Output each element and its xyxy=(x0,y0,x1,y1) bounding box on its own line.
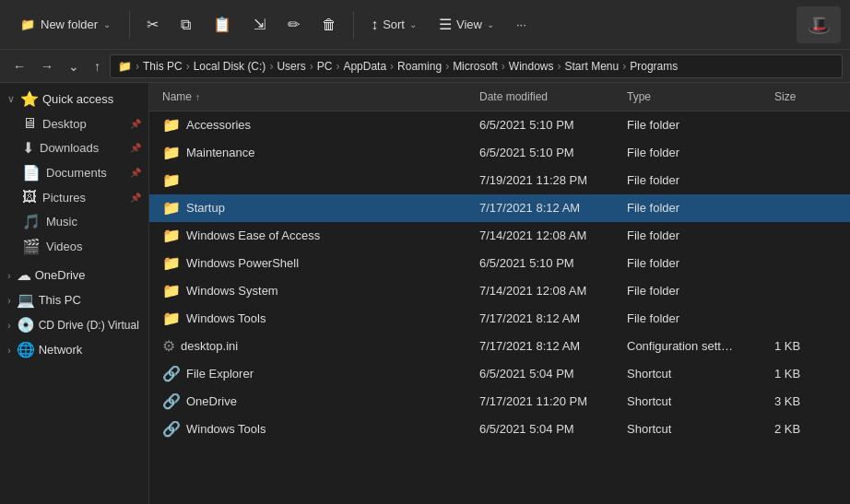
file-size-cell xyxy=(769,194,843,221)
table-row[interactable]: 📁 Windows Ease of Access 7/14/2021 12:08… xyxy=(149,222,850,250)
column-name[interactable]: Name ↑ xyxy=(157,83,474,111)
file-date: 7/14/2021 12:08 AM xyxy=(479,284,586,298)
sidebar-documents-label: Documents xyxy=(46,166,107,180)
breadcrumb-segment-0[interactable]: This PC xyxy=(143,60,183,73)
file-date: 7/14/2021 12:08 AM xyxy=(479,229,586,242)
file-type-icon: 📁 xyxy=(162,116,181,134)
breadcrumb-segment-9[interactable]: Programs xyxy=(630,60,678,73)
file-type-cell: File folder xyxy=(621,222,769,249)
more-button[interactable]: ··· xyxy=(507,12,536,37)
file-size-cell: 1 KB xyxy=(769,360,843,387)
view-button[interactable]: ☰ View ⌄ xyxy=(430,10,503,39)
file-date: 6/5/2021 5:10 PM xyxy=(479,146,574,159)
table-row[interactable]: 📁 Windows System 7/14/2021 12:08 AM File… xyxy=(149,277,850,305)
file-name: OneDrive xyxy=(186,394,237,408)
quick-access-header[interactable]: ∨ ⭐ Quick access xyxy=(0,87,148,111)
breadcrumb-segment-3[interactable]: PC xyxy=(317,60,333,73)
rename-button[interactable]: ✏ xyxy=(278,10,309,39)
file-date: 6/5/2021 5:04 PM xyxy=(479,367,574,381)
file-date-cell: 6/5/2021 5:04 PM xyxy=(474,360,621,387)
file-date-cell: 7/14/2021 12:08 AM xyxy=(474,222,621,249)
copy-button[interactable]: ⧉ xyxy=(171,11,200,39)
delete-button[interactable]: 🗑 xyxy=(313,11,346,39)
file-size: 1 KB xyxy=(774,367,800,381)
new-folder-button[interactable]: 📁 New folder ⌄ xyxy=(9,12,122,37)
column-type[interactable]: Type xyxy=(621,83,769,111)
file-type-cell: File folder xyxy=(621,250,769,276)
quick-access-label: Quick access xyxy=(42,92,113,106)
sidebar-item-documents[interactable]: 📄 Documents xyxy=(0,160,148,185)
breadcrumb-path[interactable]: 📁 › This PC › Local Disk (C:) › Users › … xyxy=(110,54,843,78)
column-date-label: Date modified xyxy=(479,90,548,103)
file-type: Shortcut xyxy=(627,422,671,436)
breadcrumb-sep-1: › xyxy=(186,60,190,73)
onedrive-expand-icon: › xyxy=(7,270,11,281)
downloads-icon: ⬇ xyxy=(22,139,34,157)
paste-button[interactable]: 📋 xyxy=(204,10,241,39)
file-type: File folder xyxy=(627,118,679,132)
file-name-cell: 📁 Windows Ease of Access xyxy=(157,222,474,249)
file-type-icon: 📁 xyxy=(162,282,181,299)
breadcrumb-segment-2[interactable]: Users xyxy=(277,60,305,73)
up-button[interactable]: ↑ xyxy=(89,55,106,77)
table-row[interactable]: 🔗 Windows Tools 6/5/2021 5:04 PM Shortcu… xyxy=(149,416,850,443)
network-header[interactable]: › 🌐 Network xyxy=(0,337,148,362)
sort-label: Sort xyxy=(383,18,405,31)
file-name-cell: 🔗 OneDrive xyxy=(157,388,474,415)
file-type-cell: File folder xyxy=(621,139,769,166)
onedrive-header[interactable]: › ☁ OneDrive xyxy=(0,263,148,287)
sidebar-item-music[interactable]: 🎵 Music xyxy=(0,209,148,234)
file-name: Startup xyxy=(186,201,225,215)
file-name-cell: 📁 Maintenance xyxy=(157,139,474,166)
breadcrumb-segment-8[interactable]: Start Menu xyxy=(565,60,620,73)
sidebar-item-videos[interactable]: 🎬 Videos xyxy=(0,234,148,259)
table-row[interactable]: 📁 Startup 7/17/2021 8:12 AM File folder xyxy=(149,194,850,222)
quick-access-expand-icon: ∨ xyxy=(7,93,15,105)
breadcrumb-bar: ← → ⌄ ↑ 📁 › This PC › Local Disk (C:) › … xyxy=(0,50,850,83)
sidebar-item-pictures[interactable]: 🖼 Pictures xyxy=(0,185,148,209)
breadcrumb-segment-6[interactable]: Microsoft xyxy=(453,60,498,73)
table-row[interactable]: 📁 7/19/2021 11:28 PM File folder xyxy=(149,167,850,194)
cut-button[interactable]: ✂ xyxy=(137,10,168,39)
table-row[interactable]: 📁 Accessories 6/5/2021 5:10 PM File fold… xyxy=(149,111,850,139)
down-history-button[interactable]: ⌄ xyxy=(63,55,85,77)
breadcrumb-segment-1[interactable]: Local Disk (C:) xyxy=(194,60,266,73)
table-row[interactable]: 📁 Maintenance 6/5/2021 5:10 PM File fold… xyxy=(149,139,850,167)
file-date: 7/17/2021 8:12 AM xyxy=(479,311,580,325)
toolbar-separator-1 xyxy=(129,11,130,39)
file-type-cell: File folder xyxy=(621,305,769,332)
this-pc-expand-icon: › xyxy=(7,295,11,306)
file-size: 1 KB xyxy=(774,339,800,353)
back-button[interactable]: ← xyxy=(7,55,31,77)
cd-drive-header[interactable]: › 💿 CD Drive (D:) Virtual xyxy=(0,312,148,337)
file-name-cell: 🔗 Windows Tools xyxy=(157,416,474,442)
breadcrumb-segment-4[interactable]: AppData xyxy=(343,60,386,73)
sort-chevron-icon: ⌄ xyxy=(409,19,417,29)
file-name: Windows Ease of Access xyxy=(186,229,320,242)
forward-button[interactable]: → xyxy=(35,55,59,77)
more-label: ··· xyxy=(516,18,526,31)
column-size[interactable]: Size xyxy=(769,83,843,111)
folder-icon: 📁 xyxy=(20,18,35,31)
sidebar-item-downloads[interactable]: ⬇ Downloads xyxy=(0,135,148,160)
table-row[interactable]: 📁 Windows Tools 7/17/2021 8:12 AM File f… xyxy=(149,305,850,333)
paste-shortcut-button[interactable]: ⇲ xyxy=(244,10,275,39)
column-date[interactable]: Date modified xyxy=(474,83,621,111)
table-row[interactable]: 🔗 OneDrive 7/17/2021 11:20 PM Shortcut 3… xyxy=(149,388,850,416)
this-pc-header[interactable]: › 💻 This PC xyxy=(0,287,148,312)
breadcrumb-segment-7[interactable]: Windows xyxy=(509,60,554,73)
sort-button[interactable]: ↕ Sort ⌄ xyxy=(361,11,426,39)
table-row[interactable]: 🔗 File Explorer 6/5/2021 5:04 PM Shortcu… xyxy=(149,360,850,388)
table-row[interactable]: ⚙ desktop.ini 7/17/2021 8:12 AM Configur… xyxy=(149,333,850,360)
documents-icon: 📄 xyxy=(22,164,41,182)
file-type-cell: Configuration sett… xyxy=(621,333,769,359)
file-name: Windows PowerShell xyxy=(186,256,299,270)
breadcrumb-segment-5[interactable]: Roaming xyxy=(397,60,442,73)
file-size-cell xyxy=(769,222,843,249)
file-type: File folder xyxy=(627,256,679,270)
sidebar-item-desktop[interactable]: 🖥 Desktop xyxy=(0,111,148,135)
file-type-cell: Shortcut xyxy=(621,360,769,387)
file-name-cell: 📁 Startup xyxy=(157,194,474,221)
file-date: 7/17/2021 8:12 AM xyxy=(479,201,580,215)
table-row[interactable]: 📁 Windows PowerShell 6/5/2021 5:10 PM Fi… xyxy=(149,250,850,277)
